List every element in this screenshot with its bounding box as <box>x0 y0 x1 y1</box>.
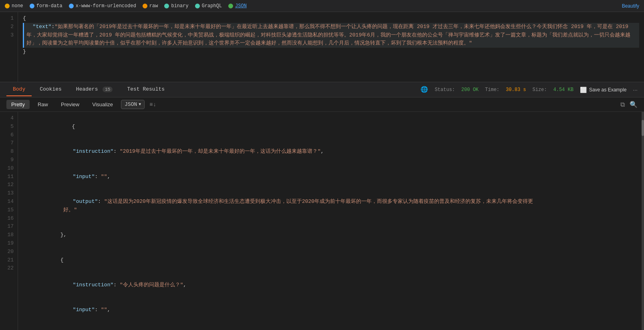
vertical-scrollbar[interactable] <box>642 112 644 330</box>
line-num-1: 1 <box>0 14 14 23</box>
tab-headers[interactable]: Headers 15 <box>70 83 119 96</box>
format-right-icons: ⧉ 🔍 <box>620 101 638 108</box>
json-line-10: "instruction": "令人头疼的问题是什么？", <box>23 273 639 298</box>
radio-dot-urlencoded <box>69 4 74 8</box>
radio-label-formdata: form-data <box>36 3 62 9</box>
rln-12: 12 <box>0 181 14 189</box>
json-line-6: "input": "", <box>23 164 639 189</box>
rln-18: 18 <box>0 231 14 239</box>
json-line-12: "output": "令人头疼的问题是就算2019年糟糕，未来7年还会发生什么事… <box>23 323 639 330</box>
status-value: 200 OK <box>461 87 479 93</box>
radio-raw[interactable]: raw <box>143 3 158 9</box>
json-line-7: "output": "这话是因为2020年新冠疫情的爆发导致全球经济和生活生态遭… <box>23 189 639 223</box>
tab-test-results[interactable]: Test Results <box>121 83 171 96</box>
radio-dot-formdata <box>30 4 34 8</box>
preview-button[interactable]: Preview <box>56 100 84 109</box>
tab-cookies[interactable]: Cookies <box>33 83 68 96</box>
response-line-numbers: 4 5 6 7 8 9 10 11 12 13 14 15 16 17 18 1… <box>0 112 18 330</box>
size-label: Size: <box>533 87 547 93</box>
rln-10: 10 <box>0 164 14 173</box>
rln-13: 13 <box>0 189 14 198</box>
globe-icon: 🌐 <box>421 86 428 93</box>
radio-dot-none <box>5 4 10 8</box>
rln-11: 11 <box>0 173 14 181</box>
request-code-area: 1 2 3 { "text":"如果那句著名的「2019年是过去十年最坏的一年，… <box>0 12 644 82</box>
radio-graphql[interactable]: GraphQL <box>195 3 222 9</box>
rln-7: 7 <box>0 139 14 148</box>
raw-button[interactable]: Raw <box>33 100 53 109</box>
code-line-2: "text":"如果那句著名的「2019年是过去十年最坏的一年，却是未来十年最好… <box>23 23 639 48</box>
radio-label-json: JSON <box>235 3 247 9</box>
filter-icon[interactable]: ≡↓ <box>149 101 156 108</box>
radio-dot-json <box>228 4 233 8</box>
code-line-1: { <box>23 14 639 23</box>
request-toolbar: none form-data x-www-form-urlencoded raw… <box>0 0 644 12</box>
radio-label-binary: binary <box>171 3 188 9</box>
radio-formdata[interactable]: form-data <box>30 3 62 9</box>
request-body-section: none form-data x-www-form-urlencoded raw… <box>0 0 644 82</box>
search-button[interactable]: 🔍 <box>630 101 638 108</box>
response-tabs-bar: Body Cookies Headers 15 Test Results 🌐 S… <box>0 82 644 97</box>
rln-17: 17 <box>0 223 14 231</box>
format-toolbar: Pretty Raw Preview Visualize JSON ▼ ≡↓ ⧉… <box>0 97 644 112</box>
format-select[interactable]: JSON ▼ <box>121 100 145 109</box>
rln-4: 4 <box>0 114 14 123</box>
radio-binary[interactable]: binary <box>164 3 188 9</box>
save-icon: ⬜ <box>580 87 587 93</box>
radio-label-urlencoded: x-www-form-urlencoded <box>76 3 136 9</box>
status-label: Status: <box>435 87 455 93</box>
copy-button[interactable]: ⧉ <box>620 101 625 108</box>
response-code-content[interactable]: { "instruction": "2019年是过去十年最坏的一年，却是未来十年… <box>18 112 644 330</box>
json-line-4: { <box>23 114 639 139</box>
radio-dot-raw <box>143 4 147 8</box>
time-label: Time: <box>485 87 499 93</box>
response-section: Body Cookies Headers 15 Test Results 🌐 S… <box>0 82 644 330</box>
response-content-area: 4 5 6 7 8 9 10 11 12 13 14 15 16 17 18 1… <box>0 112 644 330</box>
radio-dot-graphql <box>195 4 200 8</box>
rln-9: 9 <box>0 156 14 164</box>
rln-14: 14 <box>0 198 14 206</box>
json-line-5: "instruction": "2019年是过去十年最坏的一年，却是未来十年最好… <box>23 139 639 164</box>
beautify-button[interactable]: Beautify <box>622 3 639 9</box>
radio-urlencoded[interactable]: x-www-form-urlencoded <box>69 3 136 9</box>
radio-label-raw: raw <box>149 3 158 9</box>
rln-15: 15 <box>0 206 14 215</box>
rln-19: 19 <box>0 239 14 248</box>
body-type-radio-group: none form-data x-www-form-urlencoded raw… <box>5 3 247 9</box>
size-value: 4.54 KB <box>553 87 574 93</box>
headers-badge: 15 <box>103 87 113 92</box>
rln-5: 5 <box>0 123 14 131</box>
radio-json[interactable]: JSON <box>228 3 247 9</box>
rln-8: 8 <box>0 148 14 156</box>
rln-20: 20 <box>0 248 14 256</box>
rln-16: 16 <box>0 215 14 223</box>
response-meta: 🌐 Status: 200 OK Time: 30.83 s Size: 4.5… <box>421 86 638 93</box>
request-line-numbers: 1 2 3 <box>0 12 18 82</box>
radio-label-none: none <box>12 3 23 9</box>
radio-dot-binary <box>164 4 169 8</box>
scrollbar-thumb[interactable] <box>642 120 644 136</box>
radio-none[interactable]: none <box>5 3 23 9</box>
json-line-8: }, <box>23 223 639 247</box>
tab-body[interactable]: Body <box>6 83 32 96</box>
save-as-example-button[interactable]: ⬜ Save as Example <box>580 87 626 93</box>
line-num-3: 3 <box>0 31 14 40</box>
json-line-11: "input": "", <box>23 298 639 323</box>
line-num-2: 2 <box>0 23 14 31</box>
more-options-button[interactable]: ··· <box>633 87 638 93</box>
code-line-3: } <box>23 48 639 56</box>
chevron-down-icon: ▼ <box>139 102 141 107</box>
time-value: 30.83 s <box>506 87 526 93</box>
request-code-content[interactable]: { "text":"如果那句著名的「2019年是过去十年最坏的一年，却是未来十年… <box>18 12 644 82</box>
radio-label-graphql: GraphQL <box>202 3 222 9</box>
rln-21: 21 <box>0 256 14 265</box>
rln-6: 6 <box>0 131 14 140</box>
json-line-9: { <box>23 248 639 273</box>
rln-22: 22 <box>0 264 14 273</box>
visualize-button[interactable]: Visualize <box>87 100 118 109</box>
pretty-button[interactable]: Pretty <box>6 100 30 109</box>
